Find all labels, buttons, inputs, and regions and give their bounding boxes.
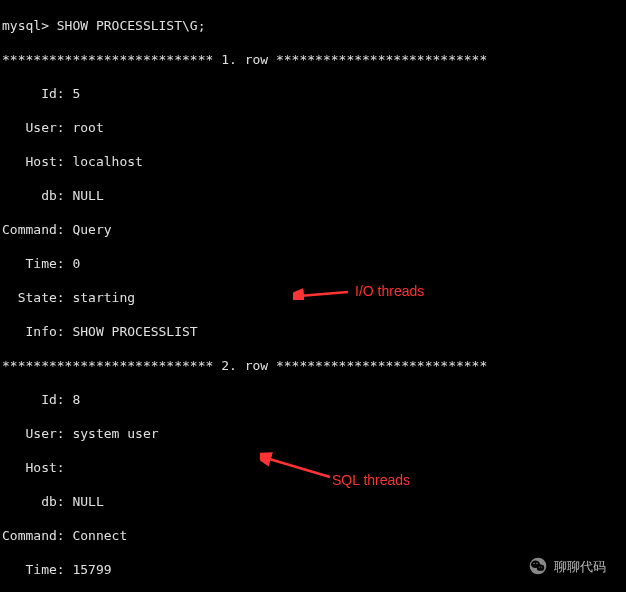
annotation-sql-threads: SQL threads (332, 472, 410, 489)
annotation-io-threads: I/O threads (355, 283, 424, 300)
svg-point-4 (537, 565, 545, 571)
command-text: SHOW PROCESSLIST\G; (57, 18, 206, 33)
field-row: Id: 8 (2, 391, 624, 408)
svg-point-7 (539, 566, 540, 567)
field-row: User: root (2, 119, 624, 136)
field-row: Command: Connect (2, 527, 624, 544)
svg-line-1 (266, 458, 330, 477)
watermark: 聊聊代码 (528, 556, 606, 576)
svg-point-6 (536, 563, 538, 565)
watermark-text: 聊聊代码 (554, 558, 606, 575)
arrow-icon (260, 452, 335, 482)
svg-line-0 (299, 292, 348, 296)
field-row: db: NULL (2, 493, 624, 510)
wechat-icon (528, 556, 548, 576)
arrow-icon (293, 272, 351, 300)
field-row: Command: Query (2, 221, 624, 238)
field-row: Id: 5 (2, 85, 624, 102)
field-row: Time: 0 (2, 255, 624, 272)
field-row: Info: SHOW PROCESSLIST (2, 323, 624, 340)
field-row: User: system user (2, 425, 624, 442)
svg-point-5 (533, 563, 535, 565)
field-row: db: NULL (2, 187, 624, 204)
prompt: mysql> (2, 18, 49, 33)
field-row: Host: localhost (2, 153, 624, 170)
svg-point-8 (541, 566, 542, 567)
